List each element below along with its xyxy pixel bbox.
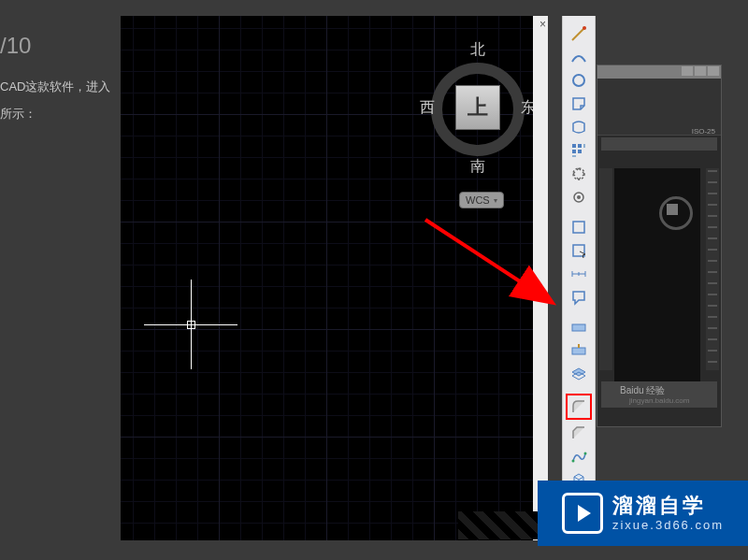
region-tool[interactable]	[568, 217, 589, 237]
step-counter: /10	[0, 33, 31, 59]
viewcube-north[interactable]: 北	[470, 40, 485, 60]
close-icon[interactable]: ×	[539, 18, 546, 31]
svg-rect-4	[578, 144, 582, 148]
svg-rect-5	[572, 150, 576, 153]
wcs-badge[interactable]: WCS	[459, 192, 504, 208]
svg-point-9	[573, 168, 584, 179]
plane-vertical-tool[interactable]	[568, 340, 589, 361]
viewcube-west[interactable]: 西	[420, 98, 435, 118]
watermark: 溜溜自学 zixue.3d66.com	[538, 481, 748, 546]
watermark-title: 溜溜自学	[612, 494, 724, 518]
svg-point-11	[577, 195, 581, 199]
modeling-toolbar	[562, 16, 596, 541]
view-cube[interactable]: 上 北 南 西 东 WCS	[422, 35, 534, 165]
fillet-tool[interactable]	[566, 394, 592, 420]
pixelated-region	[458, 511, 542, 539]
svg-rect-12	[573, 222, 584, 233]
thumb-baidu-logo: Baidu 经验	[620, 384, 665, 397]
plane-tool[interactable]	[568, 317, 589, 337]
viewport-scrollbar[interactable]: ×	[533, 16, 548, 540]
pan-tool[interactable]	[568, 187, 589, 208]
svg-rect-6	[578, 150, 582, 153]
viewcube-south[interactable]: 南	[470, 157, 485, 177]
intro-text-1: CAD这款软件，进入	[0, 79, 110, 95]
circle-tool[interactable]	[568, 70, 589, 91]
watermark-url: zixue.3d66.com	[612, 518, 724, 533]
orbit-tool[interactable]	[568, 164, 589, 184]
section-tool[interactable]	[568, 93, 589, 114]
path-tool[interactable]	[568, 446, 589, 467]
svg-rect-7	[583, 144, 585, 148]
chamfer-tool[interactable]	[568, 423, 589, 443]
region-select-tool[interactable]	[568, 240, 589, 261]
background-thumbnail: ISO-25 Baidu 经验 jingyan.baidu.com	[597, 65, 722, 427]
svg-marker-18	[573, 292, 584, 304]
line-tool[interactable]	[568, 23, 589, 44]
array-tool[interactable]	[568, 140, 589, 161]
svg-point-25	[584, 452, 587, 455]
measure-tool[interactable]	[568, 264, 589, 284]
intro-text-2: 所示：	[0, 106, 36, 122]
svg-point-1	[583, 26, 586, 30]
svg-rect-3	[572, 144, 576, 148]
note-tool[interactable]	[568, 287, 589, 308]
layer-tool[interactable]	[568, 364, 589, 384]
thumb-baidu-url: jingyan.baidu.com	[629, 396, 689, 405]
svg-rect-8	[572, 155, 576, 157]
cad-viewport[interactable]: 上 北 南 西 东 WCS ×	[121, 16, 548, 540]
viewcube-top-face[interactable]: 上	[455, 85, 500, 130]
play-icon	[562, 493, 603, 534]
svg-rect-19	[572, 324, 585, 331]
loop-tool[interactable]	[568, 117, 589, 137]
curve-tool[interactable]	[568, 47, 589, 67]
svg-point-2	[573, 75, 584, 86]
svg-point-24	[572, 460, 575, 463]
thumb-iso-label: ISO-25	[692, 127, 715, 136]
svg-rect-20	[572, 348, 585, 354]
